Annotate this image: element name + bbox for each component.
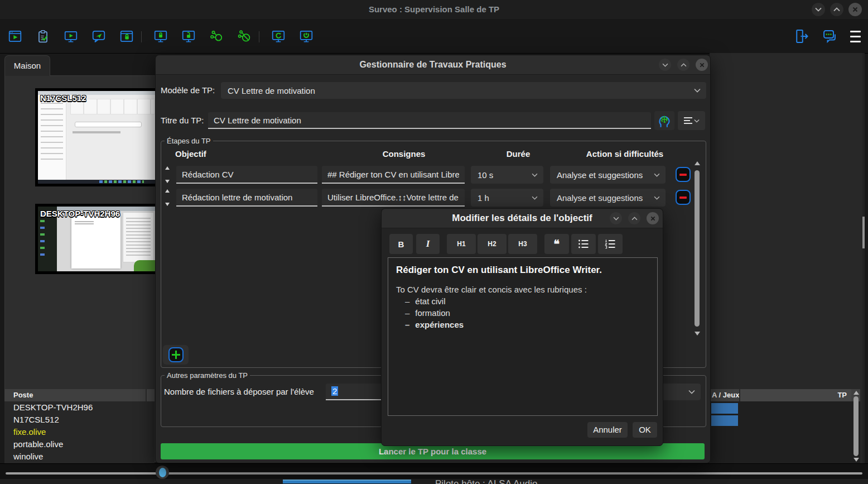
italic-button[interactable]: I xyxy=(416,234,440,254)
chevron-down-icon xyxy=(532,196,538,200)
tp-dialog-minimize-button[interactable] xyxy=(659,59,671,71)
step-consignes-input[interactable] xyxy=(322,166,465,184)
column-header-poste[interactable]: Poste xyxy=(4,391,33,399)
screen-thumbnail-n17csl512[interactable]: N17CSL512 xyxy=(35,88,160,186)
poste-row[interactable]: DESKTOP-TVH2H96 xyxy=(4,401,155,414)
window-minimize-button[interactable] xyxy=(812,3,825,16)
zoom-slider-handle[interactable] xyxy=(156,466,169,479)
scroll-down-icon[interactable] xyxy=(853,458,859,462)
column-header-tp[interactable]: TP xyxy=(739,389,851,401)
window-close-button[interactable] xyxy=(848,3,862,16)
chevron-down-icon xyxy=(694,88,701,93)
objective-editor[interactable]: Rédiger ton CV en utilisant LibreOffice … xyxy=(388,257,658,416)
tp-dialog-close-button[interactable] xyxy=(696,59,708,71)
ok-button[interactable]: OK xyxy=(633,422,657,438)
step-reorder-handle[interactable] xyxy=(165,189,170,206)
tp-dialog-titlebar[interactable]: Gestionnaire de Travaux Pratiques xyxy=(156,55,710,75)
quote-button[interactable]: ❝ xyxy=(544,234,569,254)
title-options-button[interactable] xyxy=(678,111,705,130)
allow-network-button[interactable] xyxy=(206,26,226,46)
chevron-down-icon xyxy=(662,63,668,67)
unlock-screen-button[interactable] xyxy=(179,26,199,46)
poste-table-header[interactable]: Poste xyxy=(4,389,155,401)
block-network-button[interactable] xyxy=(234,26,254,46)
chat-button[interactable] xyxy=(819,26,840,46)
monitor-unlock-icon xyxy=(181,29,196,44)
send-message-icon xyxy=(91,29,106,44)
steps-scrollbar-thumb[interactable] xyxy=(695,170,700,327)
objective-dialog-maximize-button[interactable] xyxy=(628,212,640,224)
step-reorder-handle[interactable] xyxy=(165,166,170,183)
poste-row[interactable]: winolive xyxy=(4,451,155,463)
step-duree-combobox[interactable]: 10 s xyxy=(471,166,543,184)
main-toolbar xyxy=(0,19,868,54)
scroll-up-icon[interactable] xyxy=(853,391,859,395)
move-up-icon[interactable] xyxy=(165,189,170,193)
main-menu-button[interactable] xyxy=(845,26,865,46)
move-down-icon[interactable] xyxy=(165,180,170,183)
tp-title-input[interactable] xyxy=(208,112,651,129)
reboot-computers-button[interactable] xyxy=(268,26,288,46)
scroll-up-icon[interactable] xyxy=(695,161,700,165)
step-objectif-input[interactable] xyxy=(176,189,317,207)
steps-scrollbar[interactable] xyxy=(693,161,701,336)
zoom-slider-track[interactable] xyxy=(6,472,862,475)
slider-knob-icon xyxy=(159,468,166,477)
lock-app-button[interactable] xyxy=(117,26,137,46)
screen-thumbnail-desktop-tvh2h96[interactable]: DESKTOP-TVH2H96 xyxy=(35,204,160,274)
tab-maison[interactable]: Maison xyxy=(4,55,50,76)
objective-dialog-close-button[interactable] xyxy=(647,212,659,224)
activity-scrollbar[interactable] xyxy=(852,389,860,463)
tp-dialog-maximize-button[interactable] xyxy=(677,59,689,71)
chevron-down-icon xyxy=(815,7,822,12)
step-objectif-input[interactable] xyxy=(176,166,317,184)
column-header-jeux[interactable]: A / Jeux xyxy=(710,391,739,399)
poste-row[interactable]: portable.olive xyxy=(4,438,155,451)
objective-dialog-minimize-button[interactable] xyxy=(610,212,622,224)
window-scrollbar-thumb[interactable] xyxy=(862,217,865,248)
lock-screen-button[interactable] xyxy=(151,26,171,46)
step-action-combobox[interactable]: Analyse et suggestions xyxy=(550,166,666,184)
clipboard-check-icon xyxy=(36,29,50,44)
remove-step-button[interactable] xyxy=(676,190,691,205)
editor-bullet: état civil xyxy=(405,295,657,307)
remove-step-button[interactable] xyxy=(676,167,691,182)
h3-button[interactable]: H3 xyxy=(508,234,537,254)
h2-button[interactable]: H2 xyxy=(478,234,507,254)
objective-dialog-titlebar[interactable]: Modifier les détails de l'objectif xyxy=(382,209,663,228)
h1-button[interactable]: H1 xyxy=(447,234,476,254)
window-scrollbar[interactable] xyxy=(862,53,865,463)
window-maximize-button[interactable] xyxy=(830,3,843,16)
cancel-button[interactable]: Annuler xyxy=(587,422,628,438)
send-message-button[interactable] xyxy=(89,26,109,46)
plus-icon xyxy=(168,347,184,362)
tp-manager-button[interactable] xyxy=(33,26,53,46)
broadcast-screen-button[interactable] xyxy=(61,26,81,46)
bold-button[interactable]: B xyxy=(389,234,413,254)
files-count-input[interactable]: 2 xyxy=(326,384,382,400)
step-consignes-input[interactable] xyxy=(322,189,465,207)
move-down-icon[interactable] xyxy=(165,203,170,206)
bullet-list-button[interactable] xyxy=(571,234,596,254)
ai-generate-button[interactable] xyxy=(654,111,674,130)
move-up-icon[interactable] xyxy=(165,166,170,170)
model-combobox[interactable]: CV Lettre de motivation xyxy=(221,82,706,99)
add-step-button[interactable] xyxy=(163,345,189,365)
start-app-button[interactable] xyxy=(5,26,25,46)
activity-scrollbar-thumb[interactable] xyxy=(853,396,859,456)
step-action-combobox[interactable]: Analyse et suggestions xyxy=(550,189,666,207)
shutdown-computers-button[interactable] xyxy=(296,26,316,46)
scroll-down-icon[interactable] xyxy=(695,332,700,336)
minus-icon xyxy=(679,174,687,176)
menu-icon xyxy=(850,31,861,32)
toolbar-separator xyxy=(259,31,259,42)
thumb-search-bar xyxy=(75,122,142,127)
chevron-up-icon xyxy=(833,7,840,12)
logout-button[interactable] xyxy=(792,26,812,46)
ordered-list-button[interactable] xyxy=(598,234,623,254)
activity-table-header[interactable]: A / Jeux TP xyxy=(710,389,860,401)
step-duree-combobox[interactable]: 1 h xyxy=(471,189,543,207)
status-text: Pilote hôte : ALSA Audio xyxy=(435,479,537,484)
poste-row[interactable]: fixe.olive xyxy=(4,426,155,438)
poste-row[interactable]: N17CSL512 xyxy=(4,414,155,426)
